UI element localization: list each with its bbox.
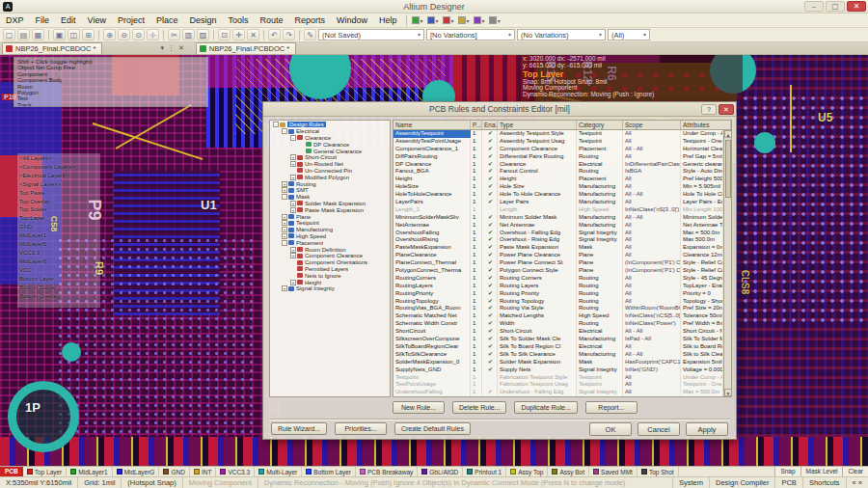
menu-edit[interactable]: Edit (55, 14, 82, 27)
tree-item-permitted-layers[interactable]: Permitted Layers (270, 266, 390, 273)
rule-enabled-checkbox[interactable] (482, 381, 498, 389)
rule-enabled-checkbox[interactable]: ✔ (482, 252, 498, 259)
table-row[interactable]: RoutingTopology1✔Routing TopologyRouting… (393, 298, 723, 306)
rule-enabled-checkbox[interactable]: ✔ (482, 267, 498, 275)
tree-expander-icon[interactable]: - (282, 194, 287, 200)
scope-combo[interactable]: (All)▾ (608, 29, 650, 41)
menu-help[interactable]: Help (373, 14, 403, 27)
duplicate-rule-button[interactable]: Duplicate Rule... (514, 401, 577, 414)
menu-design[interactable]: Design (183, 14, 222, 27)
new-document-icon[interactable]: ▢ (3, 29, 15, 41)
save-document-icon[interactable]: ▦ (32, 29, 44, 41)
tree-expander-icon[interactable]: - (282, 128, 287, 134)
table-row[interactable]: SilkToSilkClearance1✔Silk To Silk Cleara… (393, 351, 723, 359)
variations-combo-2[interactable]: (No Variations)▾ (517, 29, 606, 41)
table-row[interactable]: Schematic Matched Net1✔Matched LengthsHi… (393, 312, 723, 320)
tree-expander-icon[interactable]: + (282, 187, 287, 193)
tree-expander-icon[interactable]: + (282, 214, 287, 220)
table-row[interactable]: UndershootFalling1✔Undershoot - Falling … (393, 389, 723, 396)
table-row[interactable]: Length_11LengthHigh SpeedInNetClass('nS[… (393, 206, 723, 214)
tab-control-icon[interactable]: ⋮ (168, 44, 175, 52)
open-document-icon[interactable]: ▤ (17, 29, 30, 41)
layer-tab-top-layer[interactable]: Top Layer (23, 467, 68, 476)
rule-enabled-checkbox[interactable]: ✔ (482, 153, 498, 161)
open-project-icon[interactable]: ⊞ (82, 29, 95, 41)
table-row[interactable]: AssemblyTestPointUsage1✔Assembly Testpoi… (393, 138, 723, 146)
layer-tab-midlayer1[interactable]: MidLayer1 (67, 467, 112, 476)
tree-expander-icon[interactable]: + (290, 207, 296, 213)
tree-expander-icon[interactable]: + (282, 220, 287, 226)
grid-color-picker-icon[interactable]: ▾ (458, 16, 470, 24)
table-row[interactable]: Height1✔HeightPlacementAllPref Height 50… (393, 176, 723, 183)
tree-expander-icon[interactable]: + (290, 154, 296, 160)
tree-expander-icon[interactable]: - (273, 122, 279, 127)
panel-button-design-compiler[interactable]: Design Compiler (709, 477, 774, 488)
table-row[interactable]: PlaneConnect_Thermal1✔Power Plane Connec… (393, 259, 723, 267)
misc-color-picker-icon[interactable]: ▾ (489, 16, 501, 24)
dialog-help-button[interactable]: ? (701, 104, 717, 115)
table-row[interactable]: RoutingCorners1✔Routing CornersRoutingAl… (393, 275, 723, 283)
layer-tab-top-shot[interactable]: Top Shot (637, 467, 679, 476)
layer-tab-assy-bot[interactable]: Assy Bot (548, 467, 589, 476)
snap-button[interactable]: Snap (774, 467, 800, 476)
rule-enabled-checkbox[interactable]: ✔ (482, 290, 498, 298)
menu-dxp[interactable]: DXP (0, 14, 30, 27)
close-button[interactable]: ✕ (847, 1, 866, 12)
mask-color-picker-icon[interactable]: ▾ (443, 16, 454, 24)
create-default-rules-button[interactable]: Create Default Rules (394, 422, 471, 435)
rule-enabled-checkbox[interactable]: ✔ (482, 389, 498, 396)
column-header-attributes[interactable]: Attributes (681, 121, 731, 129)
board-color-picker-icon[interactable]: ▾ (427, 16, 439, 24)
table-row[interactable]: PolygonConnect_Therma1✔Polygon Connect S… (393, 267, 723, 275)
tree-item-electrical[interactable]: -Electrical (270, 128, 390, 135)
rule-enabled-checkbox[interactable]: ✔ (482, 351, 498, 359)
rule-enabled-checkbox[interactable]: ✔ (482, 214, 498, 222)
layer-tab-assy-top[interactable]: Assy Top (506, 467, 548, 476)
layer-tab-bottom-layer[interactable]: Bottom Layer (302, 467, 356, 476)
tree-expander-icon[interactable]: - (290, 135, 296, 141)
ok-button[interactable]: OK (589, 422, 632, 436)
panel-button-shortcuts[interactable]: Shortcuts (802, 477, 846, 488)
wand-icon[interactable]: ✎ (304, 29, 316, 41)
rule-enabled-checkbox[interactable]: ✔ (482, 146, 498, 153)
scroll-down-icon[interactable]: ▼ (724, 389, 732, 396)
column-header-type[interactable]: Type (498, 121, 577, 129)
table-row[interactable]: PlaneClearance1✔Power Plane ClearancePla… (393, 252, 723, 259)
table-row[interactable]: DP Clearance1✔ClearanceElectricalInDiffe… (393, 161, 723, 169)
rule-enabled-checkbox[interactable]: ✔ (482, 161, 498, 169)
tree-expander-icon[interactable]: + (282, 285, 287, 291)
layer-tab-int[interactable]: INT (190, 467, 216, 476)
column-header-scope[interactable]: Scope (623, 121, 681, 129)
rule-enabled-checkbox[interactable]: ✔ (482, 320, 498, 328)
cut-icon[interactable]: ✂ (168, 29, 180, 41)
rule-enabled-checkbox[interactable]: ✔ (482, 366, 498, 374)
table-row[interactable]: LayerPairs1✔Layer PairsManufacturingAllL… (393, 199, 723, 206)
layer-tab-midlayerg[interactable]: MidLayerG (113, 467, 160, 476)
scrollbar-thumb[interactable] (725, 140, 731, 198)
rule-enabled-checkbox[interactable]: ✔ (482, 336, 498, 343)
tree-expander-icon[interactable]: + (290, 175, 296, 180)
rule-enabled-checkbox[interactable]: ✔ (482, 130, 498, 138)
menu-file[interactable]: File (30, 14, 56, 27)
tree-item-clearance[interactable]: -Clearance (270, 135, 390, 142)
tree-item-testpoint[interactable]: +Testpoint (270, 220, 390, 227)
new-rule-button[interactable]: New Rule... (393, 401, 445, 414)
table-row[interactable]: MinimumSolderMaskSliv1✔Minimum Solder Ma… (393, 214, 723, 222)
rule-enabled-checkbox[interactable]: ✔ (482, 275, 498, 283)
column-header-name[interactable]: Name (393, 121, 471, 129)
table-row[interactable]: NetAntennae1✔Net AntennaeManufacturingAl… (393, 222, 723, 230)
layer-color-picker-icon[interactable]: ▾ (474, 16, 485, 24)
dialog-close-button[interactable]: ✕ (719, 104, 734, 115)
table-row[interactable]: SolderMaskExpansion_01✔Solder Mask Expan… (393, 359, 723, 366)
rules-table-scrollbar[interactable]: ▲ ▼ (723, 130, 731, 396)
table-row[interactable]: DiffPairsRouting1✔Differential Pairs Rou… (393, 153, 723, 161)
tree-item-smt[interactable]: +SMT (270, 187, 390, 194)
rule-enabled-checkbox[interactable]: ✔ (482, 312, 498, 320)
menu-view[interactable]: View (82, 14, 112, 27)
table-row[interactable]: OvershootRising1✔Overshoot - Rising EdgS… (393, 236, 723, 244)
tree-item-routing[interactable]: +Routing (270, 180, 390, 187)
rule-enabled-checkbox[interactable]: ✔ (482, 244, 498, 252)
table-row[interactable]: RoutingVias_BGA_Room1✔Routing Via StyleR… (393, 305, 723, 312)
rule-enabled-checkbox[interactable]: ✔ (482, 283, 498, 290)
menu-route[interactable]: Route (254, 14, 288, 27)
